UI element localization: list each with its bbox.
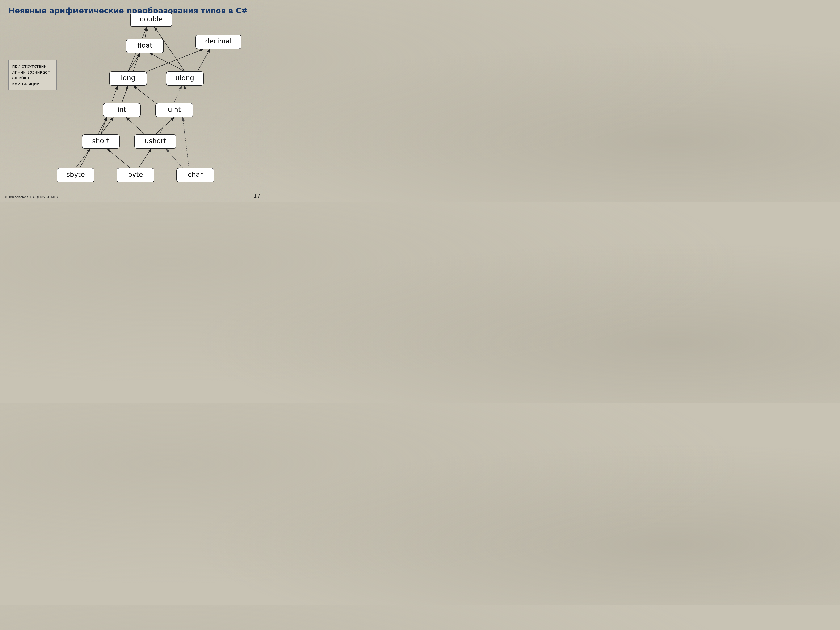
footer-copyright: ©Павловская Т.А. (НИУ ИТМО) bbox=[4, 195, 58, 199]
svg-line-16 bbox=[155, 117, 174, 134]
node-char: char bbox=[177, 168, 214, 182]
node-ulong: ulong bbox=[166, 71, 204, 86]
svg-line-18 bbox=[76, 149, 90, 168]
node-double: double bbox=[130, 13, 172, 27]
svg-line-23 bbox=[183, 117, 189, 168]
node-int: int bbox=[103, 103, 141, 117]
svg-line-2 bbox=[128, 53, 140, 71]
node-uint: uint bbox=[155, 103, 193, 117]
svg-line-8 bbox=[145, 27, 147, 39]
svg-line-15 bbox=[126, 117, 145, 134]
svg-line-20 bbox=[107, 149, 130, 168]
node-long: long bbox=[109, 71, 147, 86]
svg-line-22 bbox=[166, 149, 183, 168]
svg-line-21 bbox=[139, 149, 151, 168]
svg-line-4 bbox=[150, 53, 185, 71]
svg-line-6 bbox=[197, 49, 210, 71]
node-byte: byte bbox=[117, 168, 154, 182]
node-decimal: decimal bbox=[195, 35, 242, 49]
footer-page-number: 17 bbox=[253, 193, 261, 199]
node-short: short bbox=[82, 134, 120, 149]
node-float: float bbox=[126, 39, 164, 53]
svg-line-9 bbox=[122, 86, 128, 103]
info-box: при отсутствии линии возникает ошибка ко… bbox=[8, 60, 57, 90]
svg-line-13 bbox=[101, 117, 114, 134]
node-ushort: ushort bbox=[134, 134, 177, 149]
svg-line-11 bbox=[133, 86, 155, 103]
node-sbyte: sbyte bbox=[57, 168, 95, 182]
page-title: Неявные арифметические преобразования ти… bbox=[8, 6, 248, 16]
